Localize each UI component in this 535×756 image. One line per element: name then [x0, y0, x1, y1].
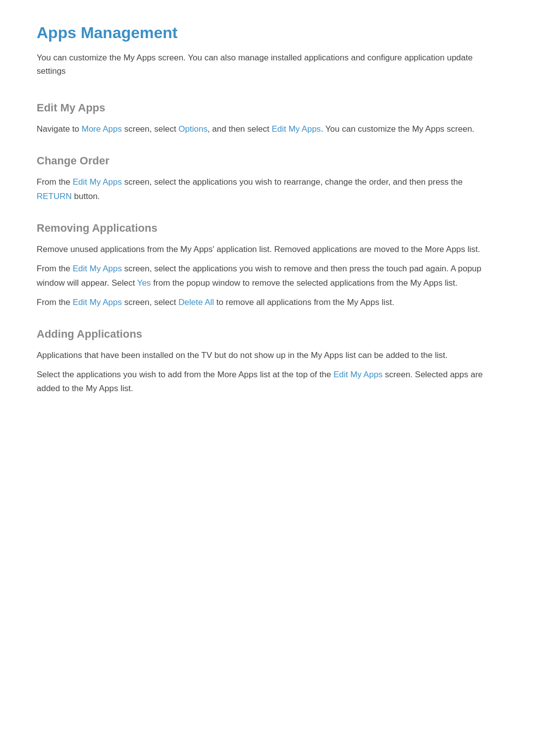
section-body-removing-applications: Remove unused applications from the My A…	[37, 243, 498, 310]
link-yes[interactable]: Yes	[137, 278, 151, 288]
paragraph-adding-applications-1: Select the applications you wish to add …	[37, 368, 498, 397]
page-description: You can customize the My Apps screen. Yo…	[37, 51, 498, 78]
paragraph-adding-applications-0: Applications that have been installed on…	[37, 349, 498, 363]
link-more-apps[interactable]: More Apps	[82, 124, 122, 134]
link-edit-my-apps[interactable]: Edit My Apps	[73, 264, 122, 273]
link-edit-my-apps[interactable]: Edit My Apps	[73, 177, 122, 187]
section-title-edit-my-apps: Edit My Apps	[37, 101, 498, 114]
link-delete-all[interactable]: Delete All	[178, 298, 214, 307]
paragraph-removing-applications-2: From the Edit My Apps screen, select Del…	[37, 296, 498, 310]
section-title-adding-applications: Adding Applications	[37, 328, 498, 341]
link-edit-my-apps[interactable]: Edit My Apps	[333, 370, 382, 379]
paragraph-change-order-0: From the Edit My Apps screen, select the…	[37, 175, 498, 204]
section-title-change-order: Change Order	[37, 154, 498, 167]
section-title-removing-applications: Removing Applications	[37, 222, 498, 235]
paragraph-removing-applications-1: From the Edit My Apps screen, select the…	[37, 262, 498, 291]
section-adding-applications: Adding ApplicationsApplications that hav…	[37, 328, 498, 397]
section-edit-my-apps: Edit My AppsNavigate to More Apps screen…	[37, 101, 498, 137]
section-body-adding-applications: Applications that have been installed on…	[37, 349, 498, 397]
section-body-edit-my-apps: Navigate to More Apps screen, select Opt…	[37, 122, 498, 137]
link-options[interactable]: Options	[178, 124, 208, 134]
link-edit-my-apps[interactable]: Edit My Apps	[73, 298, 122, 307]
section-removing-applications: Removing ApplicationsRemove unused appli…	[37, 222, 498, 310]
paragraph-removing-applications-0: Remove unused applications from the My A…	[37, 243, 498, 257]
section-change-order: Change OrderFrom the Edit My Apps screen…	[37, 154, 498, 204]
link-return[interactable]: RETURN	[37, 192, 72, 201]
link-edit-my-apps[interactable]: Edit My Apps	[271, 124, 321, 134]
paragraph-edit-my-apps-0: Navigate to More Apps screen, select Opt…	[37, 122, 498, 137]
section-body-change-order: From the Edit My Apps screen, select the…	[37, 175, 498, 204]
page-title: Apps Management	[37, 24, 498, 42]
